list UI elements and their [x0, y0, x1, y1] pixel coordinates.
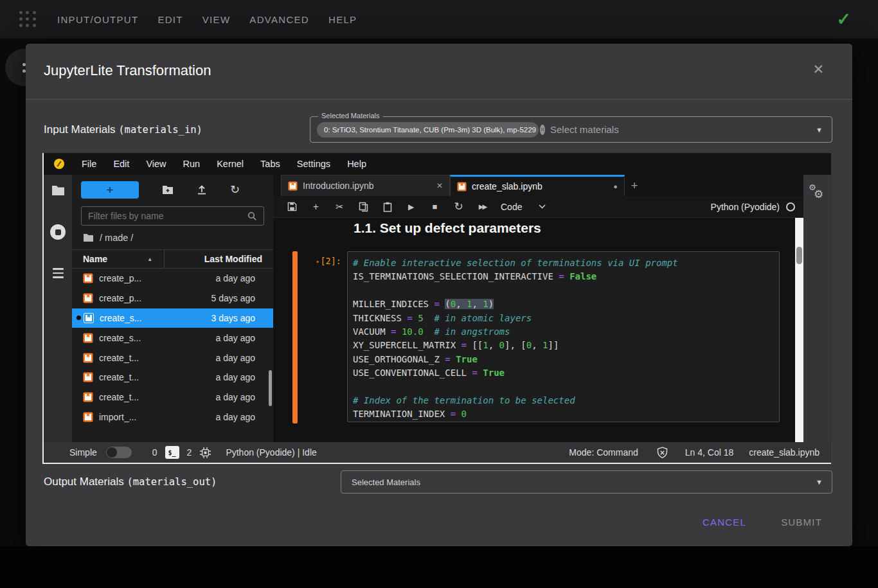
add-cell-icon[interactable]: +: [304, 196, 328, 217]
notebook-scrollbar-thumb[interactable]: [796, 247, 802, 264]
file-modified: a day ago: [216, 412, 256, 422]
file-row[interactable]: create_t... a day ago: [72, 348, 273, 368]
cursor-position[interactable]: Ln 4, Col 18: [685, 447, 734, 458]
running-kernels-icon[interactable]: [50, 224, 66, 240]
selected-materials-field[interactable]: Selected Materials 0: SrTiO3, Strontium …: [310, 116, 832, 143]
run-indicator-dot: •: [316, 258, 320, 266]
breadcrumb[interactable]: / made /: [72, 226, 273, 249]
refresh-icon[interactable]: ↻: [230, 184, 240, 195]
tab-label: Introduction.ipynb: [303, 181, 374, 191]
cell-type-dropdown[interactable]: Code: [501, 202, 546, 212]
column-name[interactable]: Name ▲: [72, 250, 165, 268]
right-sidebar: ⚙ ⚙: [803, 175, 832, 442]
submit-button[interactable]: SUBMIT: [771, 510, 832, 534]
file-modified: a day ago: [216, 333, 256, 343]
trust-shield-icon[interactable]: [656, 447, 668, 459]
output-materials-label: Output Materials (materials_out): [44, 470, 217, 494]
tab-bar: Introduction.ipynb ✕ create_slab.ipynb ●…: [273, 175, 803, 196]
terminal-icon[interactable]: $_: [165, 446, 179, 459]
jp-menu-kernel[interactable]: Kernel: [208, 159, 252, 169]
file-row[interactable]: create_p... 5 days ago: [72, 289, 273, 308]
chip-delete-icon[interactable]: ✕: [540, 125, 545, 135]
paste-cells-icon[interactable]: [375, 196, 399, 217]
cancel-button[interactable]: CANCEL: [692, 510, 757, 534]
close-icon[interactable]: ✕: [812, 62, 824, 77]
code-editor[interactable]: # Enable interactive selection of termin…: [347, 251, 780, 422]
file-row[interactable]: create_t... a day ago: [72, 368, 273, 388]
chevron-down-icon[interactable]: ▼: [816, 126, 823, 134]
chevron-down-icon[interactable]: ▼: [816, 478, 823, 486]
stop-kernel-icon[interactable]: ■: [423, 196, 447, 217]
sort-asc-icon: ▲: [147, 256, 152, 262]
menu-view[interactable]: VIEW: [202, 14, 231, 25]
run-cell-icon[interactable]: ▶: [399, 196, 423, 217]
kernel-status-icon[interactable]: [786, 202, 795, 211]
terminals-count[interactable]: 0: [152, 447, 157, 458]
kernels-count[interactable]: 2: [187, 447, 192, 458]
status-bar: Simple 0 $_ 2 Python (Pyodide) | Idle Mo…: [44, 442, 831, 463]
jp-menu-view[interactable]: View: [138, 159, 174, 169]
cell-collapser[interactable]: [292, 251, 298, 423]
jp-menu-edit[interactable]: Edit: [105, 159, 138, 169]
simple-mode-toggle[interactable]: [106, 447, 132, 458]
check-icon[interactable]: ✓: [836, 9, 851, 30]
menu-edit[interactable]: EDIT: [157, 14, 183, 25]
output-materials-select[interactable]: Selected Materials ▼: [341, 470, 832, 494]
notebook-icon: [83, 372, 93, 382]
restart-kernel-icon[interactable]: ↻: [447, 196, 470, 217]
status-filename[interactable]: create_slab.ipynb: [749, 447, 820, 458]
jp-menu-tabs[interactable]: Tabs: [252, 159, 289, 169]
file-row[interactable]: create_s... a day ago: [72, 328, 273, 348]
jp-menu-run[interactable]: Run: [175, 159, 209, 169]
code-line: USE_CONVENTIONAL_CELL = True: [353, 366, 774, 380]
filter-files-input[interactable]: [88, 211, 247, 221]
file-list-scrollbar[interactable]: [269, 370, 272, 406]
column-last-modified[interactable]: Last Modified: [165, 254, 273, 264]
kernel-chip-icon[interactable]: [199, 447, 211, 459]
menu-help[interactable]: HELP: [328, 14, 357, 25]
dialog-header: JupyterLite Transformation ✕: [26, 44, 852, 100]
notebook-icon: [288, 181, 298, 191]
material-chip[interactable]: 0: SrTiO3, Strontium Titanate, CUB (Pm-3…: [317, 122, 539, 138]
cut-cells-icon[interactable]: ✂: [328, 196, 352, 217]
menu-input-output[interactable]: INPUT/OUTPUT: [57, 14, 138, 25]
file-browser-icon[interactable]: [51, 185, 65, 196]
code-line: XY_SUPERCELL_MATRIX = [[1, 0], [0, 1]]: [353, 339, 774, 352]
new-launcher-button[interactable]: +: [81, 181, 139, 199]
save-icon[interactable]: [280, 196, 304, 217]
code-cell[interactable]: •[2]: # Enable interactive selection of …: [292, 251, 780, 423]
tab-create-slab[interactable]: create_slab.ipynb ●: [450, 175, 625, 196]
restart-run-all-icon[interactable]: ▶▶: [470, 196, 494, 217]
kernel-status-text[interactable]: Python (Pyodide) | Idle: [226, 447, 316, 458]
jp-menu-settings[interactable]: Settings: [289, 159, 339, 169]
material-chip-label: 0: SrTiO3, Strontium Titanate, CUB (Pm-3…: [324, 126, 536, 134]
code-line: TERMINATION_INDEX = 0: [353, 407, 774, 421]
file-modified: a day ago: [216, 273, 256, 283]
notebook-scrollbar-track[interactable]: [795, 218, 803, 442]
jp-menu-file[interactable]: File: [73, 159, 105, 169]
table-of-contents-icon[interactable]: [53, 268, 64, 278]
file-name: create_t...: [99, 353, 216, 363]
settings-gears-icon[interactable]: ⚙ ⚙: [809, 184, 828, 203]
tab-label: create_slab.ipynb: [472, 181, 542, 192]
jp-menu-help[interactable]: Help: [339, 159, 375, 169]
file-row[interactable]: create_t... a day ago: [72, 388, 273, 407]
kernel-name[interactable]: Python (Pyodide): [711, 202, 780, 212]
file-modified: a day ago: [216, 372, 256, 382]
menu-advanced[interactable]: ADVANCED: [249, 14, 309, 25]
copy-cells-icon[interactable]: [352, 196, 375, 217]
upload-icon[interactable]: [197, 184, 207, 195]
file-modified: a day ago: [216, 353, 256, 363]
app-menu: INPUT/OUTPUT EDIT VIEW ADVANCED HELP: [57, 14, 357, 25]
file-row[interactable]: import_... a day ago: [72, 407, 273, 427]
new-folder-icon[interactable]: [162, 185, 174, 195]
filter-files-box: [81, 206, 264, 226]
add-tab-button[interactable]: +: [625, 175, 644, 196]
tab-introduction[interactable]: Introduction.ipynb ✕: [281, 175, 450, 196]
file-row[interactable]: create_p... a day ago: [72, 269, 273, 289]
dialog-footer: CANCEL SUBMIT: [692, 510, 832, 534]
file-row-selected[interactable]: create_s... 3 days ago: [72, 308, 273, 328]
app-grid-icon[interactable]: [19, 11, 37, 28]
tab-close-icon[interactable]: ✕: [436, 181, 443, 190]
command-mode-indicator[interactable]: Mode: Command: [569, 447, 638, 458]
